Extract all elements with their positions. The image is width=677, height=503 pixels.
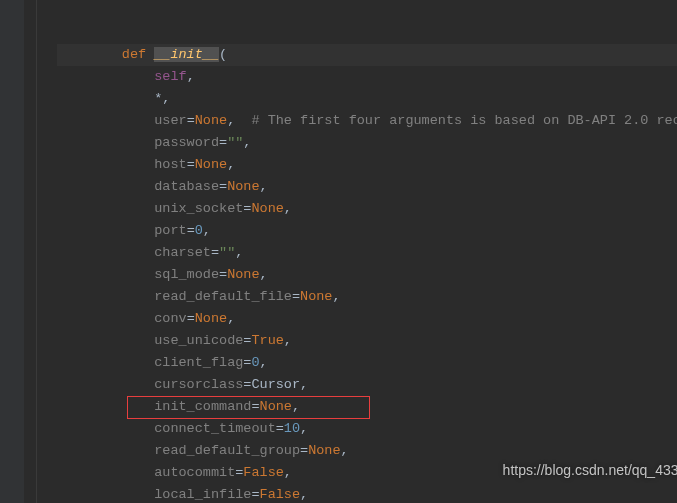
code-line[interactable]: cursorclass=Cursor, (57, 374, 677, 396)
code-token (57, 113, 154, 128)
code-token: = (292, 289, 300, 304)
line-number-gutter (0, 0, 24, 503)
code-token: 0 (195, 223, 203, 238)
code-token: False (243, 465, 284, 480)
code-token (57, 311, 154, 326)
code-token: = (251, 487, 259, 502)
code-token (57, 179, 154, 194)
code-line[interactable]: connect_timeout=10, (57, 418, 677, 440)
code-token: port (154, 223, 186, 238)
code-token: , (300, 377, 308, 392)
code-token (57, 333, 154, 348)
code-line[interactable]: password="", (57, 132, 677, 154)
code-token: , (227, 311, 235, 326)
code-token (57, 443, 154, 458)
code-line[interactable] (57, 0, 677, 22)
code-token: = (187, 113, 195, 128)
code-token: host (154, 157, 186, 172)
code-token: , (203, 223, 211, 238)
code-token: = (219, 179, 227, 194)
code-token: def (122, 47, 154, 62)
code-token: None (308, 443, 340, 458)
code-token: user (154, 113, 186, 128)
code-token: , (260, 355, 268, 370)
code-token: None (195, 311, 227, 326)
code-token: Cursor (251, 377, 300, 392)
code-token: , (300, 487, 308, 502)
code-token (57, 487, 154, 502)
watermark-text: https://blog.csdn.net/qq_43354492 (503, 459, 677, 481)
code-line[interactable]: sql_mode=None, (57, 264, 677, 286)
code-token: None (300, 289, 332, 304)
code-line[interactable]: read_default_file=None, (57, 286, 677, 308)
code-token: , (227, 157, 235, 172)
code-token (57, 377, 154, 392)
code-token: # The first four arguments is based on D… (251, 113, 677, 128)
code-line[interactable]: def __init__( (57, 44, 677, 66)
code-token: = (276, 421, 284, 436)
code-token: , (284, 201, 292, 216)
code-token (57, 223, 154, 238)
code-token (57, 465, 154, 480)
code-line[interactable]: charset="", (57, 242, 677, 264)
code-line[interactable]: local_infile=False, (57, 484, 677, 503)
code-token: client_flag (154, 355, 243, 370)
code-token: init_command (154, 399, 251, 414)
code-token: , (341, 443, 349, 458)
code-token (57, 135, 154, 150)
code-token (57, 245, 154, 260)
code-token: read_default_file (154, 289, 292, 304)
code-token: , (187, 69, 195, 84)
code-token: , (243, 135, 251, 150)
code-line[interactable]: use_unicode=True, (57, 330, 677, 352)
code-token: use_unicode (154, 333, 243, 348)
code-area[interactable]: def __init__( self, *, user=None, # The … (37, 0, 677, 503)
code-token: , (260, 267, 268, 282)
code-token: cursorclass (154, 377, 243, 392)
code-token: None (251, 201, 283, 216)
code-line[interactable]: host=None, (57, 154, 677, 176)
code-token: connect_timeout (154, 421, 276, 436)
code-token: unix_socket (154, 201, 243, 216)
fold-strip (24, 0, 37, 503)
code-token: "" (219, 245, 235, 260)
code-token: , (227, 113, 251, 128)
code-token (57, 355, 154, 370)
code-token: = (219, 135, 227, 150)
code-token: = (187, 223, 195, 238)
code-line[interactable]: database=None, (57, 176, 677, 198)
code-token: = (187, 311, 195, 326)
code-line[interactable] (57, 22, 677, 44)
code-token: self (154, 69, 186, 84)
code-token: read_default_group (154, 443, 300, 458)
code-token (57, 157, 154, 172)
code-token: None (260, 399, 292, 414)
code-line[interactable]: *, (57, 88, 677, 110)
code-token: False (260, 487, 301, 502)
code-token: , (300, 421, 308, 436)
code-token (57, 201, 154, 216)
code-token: __init__ (154, 47, 219, 62)
code-line[interactable]: unix_socket=None, (57, 198, 677, 220)
code-token: , (235, 245, 243, 260)
code-line[interactable]: self, (57, 66, 677, 88)
code-token: 0 (251, 355, 259, 370)
code-token: local_infile (154, 487, 251, 502)
code-token (57, 289, 154, 304)
code-line[interactable]: conv=None, (57, 308, 677, 330)
code-token (57, 267, 154, 282)
code-line[interactable]: init_command=None, (57, 396, 677, 418)
code-token: password (154, 135, 219, 150)
code-token: 10 (284, 421, 300, 436)
code-token (57, 91, 154, 106)
code-line[interactable]: user=None, # The first four arguments is… (57, 110, 677, 132)
code-token: = (219, 267, 227, 282)
code-token: , (284, 465, 292, 480)
code-editor[interactable]: def __init__( self, *, user=None, # The … (0, 0, 677, 503)
code-line[interactable]: port=0, (57, 220, 677, 242)
code-token: , (292, 399, 300, 414)
code-token: autocommit (154, 465, 235, 480)
code-token (57, 421, 154, 436)
code-token: None (227, 267, 259, 282)
code-line[interactable]: client_flag=0, (57, 352, 677, 374)
